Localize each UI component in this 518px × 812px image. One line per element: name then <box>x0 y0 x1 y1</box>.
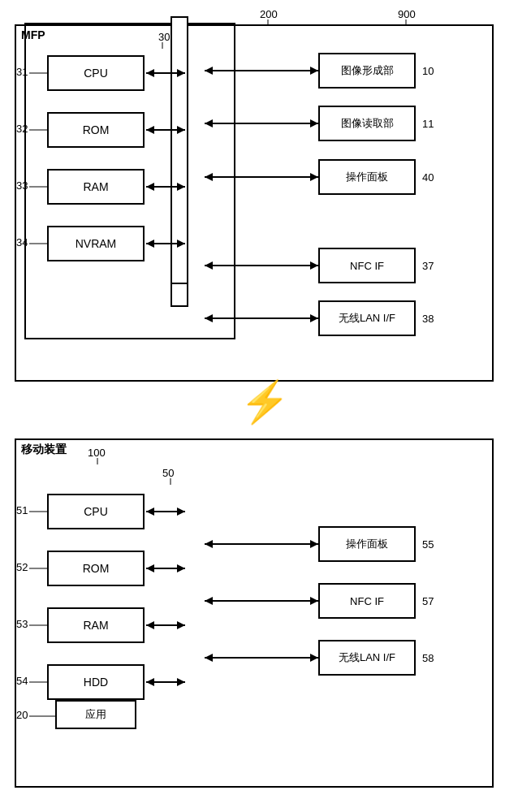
mobile-inner-box <box>24 23 235 339</box>
mobile-label: 移动装置 <box>21 443 67 457</box>
mobile-cpu-box: CPU <box>47 494 145 529</box>
mobile-nfc-if-box: NFC IF <box>318 583 416 619</box>
mobile-rom-box: ROM <box>47 551 145 586</box>
mobile-bus-bar <box>171 16 188 284</box>
diagram-container: MFP CPU ROM RAM NVRAM 图像形成部 图像读取部 操作面板 N… <box>0 0 518 812</box>
mobile-app-box: 应用 <box>55 700 136 729</box>
mfp-operation-panel-box: 操作面板 <box>318 159 416 195</box>
mfp-image-form-box: 图像形成部 <box>318 53 416 89</box>
mfp-wireless-lan-box: 无线LAN I/F <box>318 300 416 336</box>
mfp-nfc-if-box: NFC IF <box>318 248 416 283</box>
mobile-wireless-lan-box: 无线LAN I/F <box>318 640 416 676</box>
svg-text:200: 200 <box>260 8 278 20</box>
mobile-ram-box: RAM <box>47 607 145 643</box>
mobile-hdd-box: HDD <box>47 664 145 700</box>
mfp-image-read-box: 图像读取部 <box>318 106 416 141</box>
svg-text:⚡: ⚡ <box>240 378 291 426</box>
mobile-operation-panel-box: 操作面板 <box>318 526 416 562</box>
svg-text:900: 900 <box>398 8 416 20</box>
